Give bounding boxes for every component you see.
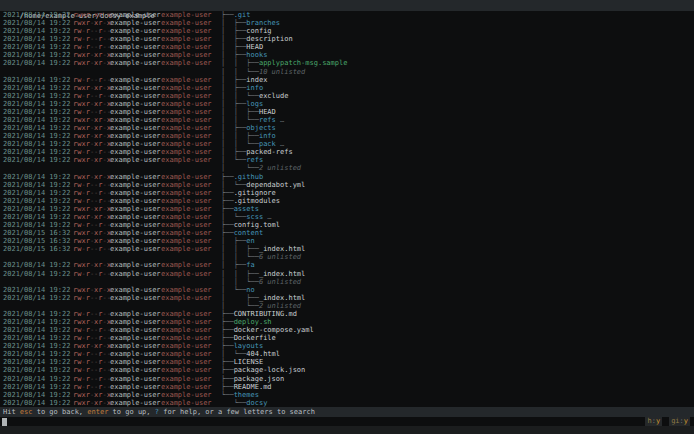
file-name[interactable]: .gitmodules	[234, 197, 280, 205]
tree-row[interactable]: 2021/08/14 19:22rw-r--r--example-userexa…	[0, 375, 694, 383]
tree-row[interactable]: 2021/08/15 16:32rwxr-xr-xexample-userexa…	[0, 229, 694, 237]
tree-row[interactable]: 2021/08/15 16:32rwxr-xr-xexample-userexa…	[0, 237, 694, 245]
directory-name[interactable]: .github	[234, 173, 264, 181]
tree-row[interactable]: 2021/08/14 19:22rwxr-xr-xexample-userexa…	[0, 51, 694, 59]
file-name[interactable]: packed-refs	[246, 148, 292, 156]
tree-row[interactable]: 2021/08/14 19:22rwxr-xr-xexample-userexa…	[0, 261, 694, 269]
tree-row[interactable]: 2021/08/14 19:22rw-r--r--example-userexa…	[0, 148, 694, 156]
directory-name[interactable]: refs	[259, 116, 276, 124]
file-name[interactable]: HEAD	[259, 108, 276, 116]
file-name[interactable]: _index.html	[259, 245, 305, 253]
directory-name[interactable]: scss	[246, 213, 263, 221]
tree-row[interactable]: 2021/08/14 19:22rwxr-xr-xexample-userexa…	[0, 59, 694, 67]
tree-row[interactable]: 2021/08/15 16:32rw-r--r--example-userexa…	[0, 245, 694, 253]
directory-name[interactable]: en	[246, 237, 254, 245]
tree-row[interactable]: │ │ └──6 unlisted	[0, 253, 694, 261]
directory-name[interactable]: info	[259, 132, 276, 140]
tree-row[interactable]: 2021/08/14 19:22rwxr-xr-xexample-userexa…	[0, 342, 694, 350]
tree-row[interactable]: 2021/08/14 19:22rw-r--r--example-userexa…	[0, 221, 694, 229]
directory-name[interactable]: content	[234, 229, 264, 237]
file-name[interactable]: config	[246, 27, 271, 35]
tree-row[interactable]: 2021/08/14 19:22rw-r--r--example-userexa…	[0, 27, 694, 35]
tree-row[interactable]: 2021/08/14 19:22rwxr-xr-xexample-userexa…	[0, 11, 694, 19]
directory-name[interactable]: pack	[259, 140, 276, 148]
file-name[interactable]: CONTRIBUTING.md	[234, 310, 297, 318]
tree-row[interactable]: 2021/08/14 19:22rw-r--r--example-userexa…	[0, 310, 694, 318]
tree-row[interactable]: 2021/08/14 19:22rw-r--r--example-userexa…	[0, 35, 694, 43]
tree-row[interactable]: 2021/08/14 19:22rw-r--r--example-userexa…	[0, 189, 694, 197]
tree-row[interactable]: 2021/08/14 19:22rw-r--r--example-userexa…	[0, 197, 694, 205]
file-name[interactable]: package-lock.json	[234, 366, 306, 374]
tree-row[interactable]: 2021/08/14 19:22rwxr-xr-xexample-userexa…	[0, 84, 694, 92]
tree-row[interactable]: 2021/08/14 19:22rwxr-xr-xexample-userexa…	[0, 19, 694, 27]
tree-row[interactable]: │ │ └──10 unlisted	[0, 68, 694, 76]
file-name[interactable]: _index.html	[259, 294, 305, 302]
tree-row[interactable]: 2021/08/14 19:22rw-r--r--example-userexa…	[0, 334, 694, 342]
file-name[interactable]: index	[246, 76, 267, 84]
tree-row[interactable]: 2021/08/14 19:22rwxr-xr-xexample-userexa…	[0, 132, 694, 140]
file-name[interactable]: docker-compose.yaml	[234, 326, 314, 334]
file-name[interactable]: README.md	[234, 383, 272, 391]
tree-row[interactable]: 2021/08/14 19:22rwxr-xr-xexample-userexa…	[0, 205, 694, 213]
file-name[interactable]: description	[246, 35, 292, 43]
directory-name[interactable]: .git	[234, 11, 251, 19]
root-path-bar[interactable]: /home/example-user/docsy-example	[0, 0, 694, 11]
tree-row[interactable]: 2021/08/14 19:22rwxr-xr-xexample-userexa…	[0, 100, 694, 108]
file-name[interactable]: 404.html	[246, 350, 280, 358]
file-name[interactable]: LICENSE	[234, 358, 264, 366]
directory-name[interactable]: assets	[234, 205, 259, 213]
file-name[interactable]: dependabot.yml	[246, 181, 305, 189]
tree-row[interactable]: 2021/08/14 19:22rw-r--r--example-userexa…	[0, 43, 694, 51]
tree-row[interactable]: 2021/08/14 19:22rwxr-xr-xexample-userexa…	[0, 124, 694, 132]
directory-name[interactable]: objects	[246, 124, 276, 132]
directory-name[interactable]: fa	[246, 261, 254, 269]
tree-row[interactable]: 2021/08/14 19:22rw-r--r--example-userexa…	[0, 76, 694, 84]
tree-row[interactable]: 2021/08/14 19:22rw-r--r--example-userexa…	[0, 326, 694, 334]
tree-row[interactable]: 2021/08/14 19:22rwxr-xr-xexample-userexa…	[0, 213, 694, 221]
directory-name[interactable]: docsy	[246, 399, 267, 407]
tree-row[interactable]: 2021/08/14 19:22rwxr-xr-xexample-userexa…	[0, 156, 694, 164]
group-name: example-user	[161, 350, 221, 358]
file-name[interactable]: exclude	[259, 92, 289, 100]
directory-name[interactable]: no	[246, 286, 254, 294]
file-name[interactable]: Dockerfile	[234, 334, 276, 342]
search-input-line[interactable]: h:ygi:y	[0, 417, 694, 426]
permissions: rw-r--r--	[73, 35, 110, 43]
tree-row[interactable]: 2021/08/14 19:22rw-r--r--example-userexa…	[0, 181, 694, 189]
tree-row[interactable]: 2021/08/14 19:22rwxr-xr-xexample-userexa…	[0, 173, 694, 181]
directory-name[interactable]: hooks	[246, 51, 267, 59]
tree-row[interactable]: 2021/08/14 19:22rw-r--r--example-userexa…	[0, 366, 694, 374]
tree-row[interactable]: 2021/08/14 19:22rwxr-xr-xexample-userexa…	[0, 140, 694, 148]
tree-row[interactable]: 2021/08/14 19:22rwxr-xr-xexample-userexa…	[0, 399, 694, 407]
tree-branch-lines: │ ├──	[221, 124, 246, 132]
tree-row[interactable]: 2021/08/14 19:22rw-r--r--example-userexa…	[0, 350, 694, 358]
tree-row[interactable]: 2021/08/14 19:22rwxr-xr-xexample-userexa…	[0, 116, 694, 124]
tree-row[interactable]: 2021/08/14 19:22rw-r--r--example-userexa…	[0, 108, 694, 116]
file-name[interactable]: _index.html	[259, 270, 305, 278]
executable-file-name[interactable]: applypatch-msg.sample	[259, 59, 348, 67]
tree-row[interactable]: │ │ └──6 unlisted	[0, 278, 694, 286]
file-name[interactable]: HEAD	[246, 43, 263, 51]
tree-row[interactable]: 2021/08/14 19:22rwxr-xr-xexample-userexa…	[0, 318, 694, 326]
permissions: rwxr-xr-x	[73, 286, 110, 294]
tree-row[interactable]: 2021/08/14 19:22rw-r--r--example-userexa…	[0, 294, 694, 302]
directory-name[interactable]: layouts	[234, 342, 264, 350]
tree-row[interactable]: 2021/08/14 19:22rw-r--r--example-userexa…	[0, 92, 694, 100]
tree-row[interactable]: 2021/08/14 19:22rw-r--r--example-userexa…	[0, 270, 694, 278]
file-name[interactable]: package.json	[234, 375, 285, 383]
directory-name[interactable]: refs	[246, 156, 263, 164]
directory-name[interactable]: info	[246, 84, 263, 92]
tree-row[interactable]: 2021/08/14 19:22rwxr-xr-xexample-userexa…	[0, 391, 694, 399]
owner-name: example-user	[110, 11, 161, 19]
tree-row[interactable]: 2021/08/14 19:22rw-r--r--example-userexa…	[0, 383, 694, 391]
tree-row[interactable]: │ └──2 unlisted	[0, 164, 694, 172]
executable-file-name[interactable]: deploy.sh	[234, 318, 272, 326]
tree-row[interactable]: │ └──2 unlisted	[0, 302, 694, 310]
file-name[interactable]: config.toml	[234, 221, 280, 229]
directory-name[interactable]: branches	[246, 19, 280, 27]
tree-row[interactable]: 2021/08/14 19:22rwxr-xr-xexample-userexa…	[0, 286, 694, 294]
file-name[interactable]: .gitignore	[234, 189, 276, 197]
directory-name[interactable]: themes	[234, 391, 259, 399]
tree-row[interactable]: 2021/08/14 19:22rw-r--r--example-userexa…	[0, 358, 694, 366]
directory-name[interactable]: logs	[246, 100, 263, 108]
